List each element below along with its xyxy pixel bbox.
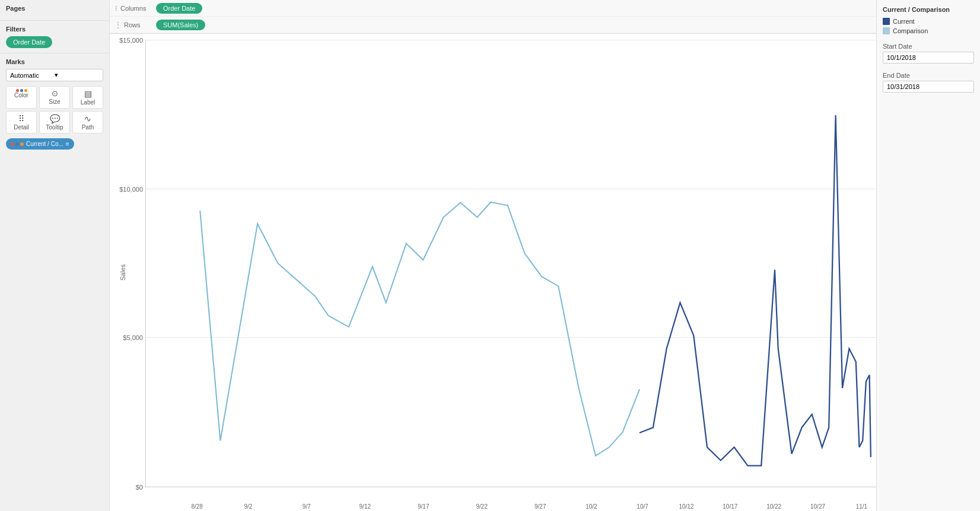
columns-shelf: ⫶ Columns Order Date	[110, 0, 876, 17]
size-label: Size	[49, 99, 60, 105]
dropdown-arrow-icon: ▾	[55, 71, 99, 79]
path-mark-button[interactable]: ∿ Path	[72, 111, 103, 134]
right-panel: Current / Comparison Current Comparison …	[876, 0, 980, 511]
y-label-10000: $10,000	[119, 186, 143, 193]
rows-icon: ⋮	[114, 21, 122, 29]
legend-comparison: Comparison	[883, 27, 974, 34]
start-date-input[interactable]	[883, 52, 974, 64]
pages-label: Pages	[6, 5, 103, 12]
x-label-1012: 10/12	[679, 503, 693, 510]
path-label: Path	[82, 124, 94, 131]
current-legend-label: Current	[893, 18, 915, 25]
shelves-area: ⫶ Columns Order Date ⋮ Rows SUM(Sales)	[110, 0, 876, 34]
comparison-swatch	[883, 27, 890, 34]
rows-shelf: ⋮ Rows SUM(Sales)	[110, 17, 876, 33]
comparison-line	[200, 202, 639, 456]
chart-inner: $15,000 $10,000 $5,000 $0	[145, 40, 876, 487]
pages-section: Pages	[0, 0, 109, 21]
path-icon: ∿	[84, 114, 91, 123]
columns-icon: ⫶	[114, 4, 118, 12]
size-icon: ⊙	[52, 89, 58, 98]
x-label-97: 9/7	[303, 503, 311, 510]
x-label-1017: 10/17	[723, 503, 737, 510]
pill-menu-icon: ≡	[66, 141, 69, 147]
color-label: Color	[14, 92, 28, 99]
label-icon: ▤	[84, 89, 92, 99]
chart-svg	[146, 40, 876, 487]
x-label-927: 9/27	[534, 503, 546, 510]
x-label-1022: 10/22	[766, 503, 781, 510]
current-swatch	[883, 18, 890, 25]
start-date-section: Start Date	[883, 43, 974, 64]
tooltip-icon: 💬	[50, 114, 60, 123]
x-label-107: 10/7	[637, 503, 648, 510]
tooltip-label: Tooltip	[46, 124, 63, 131]
columns-label: ⫶ Columns	[114, 4, 156, 12]
legend-current: Current	[883, 18, 974, 25]
detail-mark-button[interactable]: ⠿ Detail	[6, 111, 37, 134]
x-label-922: 9/22	[476, 503, 488, 510]
main-content: ⫶ Columns Order Date ⋮ Rows SUM(Sales) S…	[110, 0, 876, 511]
x-label-912: 9/12	[359, 503, 371, 510]
marks-type-dropdown[interactable]: Automatic ▾	[6, 69, 103, 81]
x-label-1027: 10/27	[810, 503, 825, 510]
y-label-0: $0	[136, 484, 143, 491]
sidebar: Pages Filters Order Date Marks Automatic…	[0, 0, 110, 511]
current-comparison-pill[interactable]: Current / Co... ≡	[6, 138, 74, 150]
filters-section: Filters Order Date	[0, 21, 109, 53]
current-line	[639, 115, 871, 465]
x-label-828: 8/28	[191, 503, 202, 510]
comparison-legend-label: Comparison	[893, 27, 928, 34]
detail-icon: ⠿	[18, 114, 24, 123]
size-mark-button[interactable]: ⊙ Size	[39, 86, 70, 109]
end-date-label: End Date	[883, 72, 974, 79]
marks-type-label: Automatic	[10, 72, 55, 79]
x-label-92: 9/2	[244, 503, 252, 510]
marks-buttons-grid: Color ⊙ Size ▤ Label ⠿ Detail 💬 Tooltip	[6, 86, 103, 134]
start-date-label: Start Date	[883, 43, 974, 50]
marks-section: Marks Automatic ▾ Color ⊙ Size ▤	[0, 53, 109, 154]
rows-label: ⋮ Rows	[114, 21, 156, 29]
filters-label: Filters	[6, 26, 103, 33]
x-label-917: 9/17	[418, 503, 429, 510]
rows-pill[interactable]: SUM(Sales)	[156, 20, 205, 30]
gridline-0: $0	[146, 487, 876, 487]
chart-area: Sales $15,000 $10,000 $5,000 $0	[110, 34, 876, 511]
end-date-section: End Date	[883, 72, 974, 93]
current-co-label: Current / Co...	[26, 141, 63, 147]
x-label-102: 10/2	[586, 503, 597, 510]
marks-label: Marks	[6, 58, 103, 65]
color-mark-button[interactable]: Color	[6, 86, 37, 109]
order-date-filter[interactable]: Order Date	[6, 36, 52, 48]
label-label: Label	[81, 99, 95, 106]
legend-title: Current / Comparison	[883, 6, 974, 13]
label-mark-button[interactable]: ▤ Label	[72, 86, 103, 109]
y-axis-label: Sales	[119, 264, 126, 281]
tooltip-mark-button[interactable]: 💬 Tooltip	[39, 111, 70, 134]
y-label-5000: $5,000	[123, 334, 143, 341]
detail-label: Detail	[14, 124, 29, 131]
y-label-15000: $15,000	[119, 37, 143, 44]
end-date-input[interactable]	[883, 81, 974, 93]
x-label-111: 11/1	[856, 503, 867, 510]
columns-pill[interactable]: Order Date	[156, 3, 202, 14]
